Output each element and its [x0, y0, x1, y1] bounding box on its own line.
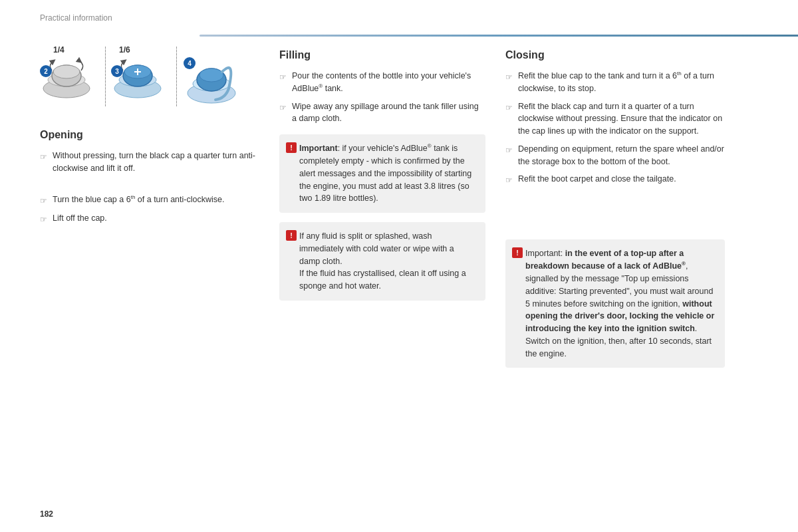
- cap-step3: 3: [111, 52, 171, 108]
- closing-warning-text: Important: in the event of a top-up afte…: [525, 249, 714, 358]
- closing-text-4: Refit the boot carpet and close the tail…: [518, 173, 676, 186]
- cap-step4: 4: [182, 52, 242, 108]
- right-column: Closing ☞ Refit the blue cap to the tank…: [505, 44, 725, 368]
- diagram-step3: 1/6 3: [111, 44, 171, 108]
- opening-instructions-2: ☞ Turn the blue cap a 6th of a turn anti…: [40, 194, 259, 225]
- step-number-2: 2: [40, 65, 52, 77]
- arrow-icon-close-2: ☞: [505, 102, 513, 114]
- arrow-icon-close-3: ☞: [505, 144, 513, 156]
- filling-warning-1-text: Important: if your vehicle's AdBlue® tan…: [299, 144, 471, 203]
- svg-point-13: [200, 68, 223, 82]
- arrow-icon-fill-2: ☞: [279, 102, 287, 114]
- step-number-3: 3: [111, 65, 123, 77]
- closing-instruction-2: ☞ Refit the black cap and turn it a quar…: [505, 100, 725, 138]
- opening-instruction-1: ☞ Without pressing, turn the black cap a…: [40, 150, 259, 175]
- svg-point-3: [53, 65, 80, 78]
- diagram-step4: 4: [182, 44, 242, 108]
- opening-text-2: Turn the blue cap a 6th of a turn anti-c…: [53, 194, 224, 206]
- closing-text-3: Depending on equipment, return the spare…: [518, 143, 725, 168]
- arrow-icon-2: ☞: [40, 195, 47, 207]
- arrow-icon-1: ☞: [40, 151, 47, 163]
- breadcrumb: Practical information: [40, 12, 112, 24]
- closing-instruction-1: ☞ Refit the blue cap to the tank and tur…: [505, 70, 725, 95]
- divider-1: [105, 47, 106, 106]
- filling-instruction-1: ☞ Pour the contents of the bottle into y…: [279, 70, 485, 95]
- opening-title: Opening: [40, 127, 259, 143]
- filling-warning-1: ! Important: if your vehicle's AdBlue® t…: [279, 134, 485, 213]
- opening-instruction-2: ☞ Turn the blue cap a 6th of a turn anti…: [40, 194, 259, 207]
- left-column: 1/4 2: [40, 44, 259, 368]
- opening-instructions: ☞ Without pressing, turn the black cap a…: [40, 150, 259, 175]
- arrow-icon-3: ☞: [40, 213, 47, 225]
- middle-column: Filling ☞ Pour the contents of the bottl…: [279, 44, 485, 368]
- closing-warning-bold-1: in the event of a top-up after a breakdo…: [525, 249, 686, 271]
- filling-text-2: Wipe away any spillage around the tank f…: [292, 100, 485, 126]
- opening-section: Opening ☞ Without pressing, turn the bla…: [40, 127, 259, 225]
- closing-instructions: ☞ Refit the blue cap to the tank and tur…: [505, 70, 725, 186]
- diagram-area: 1/4 2: [40, 44, 259, 115]
- closing-warning-bold-2: without opening the driver's door, locki…: [525, 299, 714, 334]
- arrow-icon-fill-1: ☞: [279, 71, 287, 83]
- warning-icon-2: !: [286, 230, 297, 241]
- warning-icon-close: !: [512, 247, 523, 258]
- filling-text-1: Pour the contents of the bottle into you…: [292, 70, 485, 95]
- arrow-icon-close-1: ☞: [505, 71, 513, 83]
- divider-2: [176, 47, 177, 106]
- filling-title: Filling: [279, 47, 485, 63]
- diagram-step2: 1/4 2: [40, 44, 100, 108]
- closing-text-1: Refit the blue cap to the tank and turn …: [518, 70, 725, 95]
- warning-icon-1: !: [286, 142, 297, 153]
- filling-warning-1-bold: Important: [299, 144, 338, 153]
- filling-instructions: ☞ Pour the contents of the bottle into y…: [279, 70, 485, 125]
- closing-warning: ! Important: in the event of a top-up af…: [505, 239, 725, 368]
- filling-instruction-2: ☞ Wipe away any spillage around the tank…: [279, 100, 485, 126]
- opening-instruction-3: ☞ Lift off the cap.: [40, 212, 259, 225]
- opening-text-1: Without pressing, turn the black cap a q…: [53, 150, 259, 175]
- opening-text-3: Lift off the cap.: [53, 212, 107, 225]
- filling-warning-2: ! If any fluid is split or splashed, was…: [279, 222, 485, 301]
- closing-title: Closing: [505, 47, 725, 63]
- closing-instruction-3: ☞ Depending on equipment, return the spa…: [505, 143, 725, 168]
- header-decorative-line: [200, 35, 798, 37]
- closing-text-2: Refit the black cap and turn it a quarte…: [518, 100, 725, 138]
- filling-warning-2-text: If any fluid is split or splashed, wash …: [299, 231, 466, 291]
- cap-step2: 2: [40, 52, 100, 108]
- arrow-icon-close-4: ☞: [505, 174, 513, 186]
- page-number: 182: [40, 508, 53, 520]
- step-number-4: 4: [184, 57, 196, 69]
- closing-instruction-4: ☞ Refit the boot carpet and close the ta…: [505, 173, 725, 186]
